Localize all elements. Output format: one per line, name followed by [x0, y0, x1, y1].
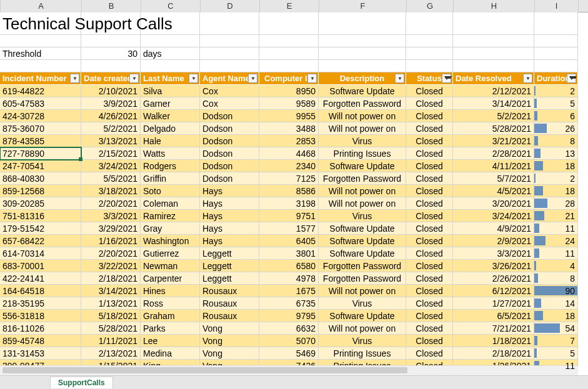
- cell[interactable]: 8: [534, 272, 578, 285]
- cell[interactable]: 1/16/2021: [81, 235, 141, 247]
- cell[interactable]: Closed: [406, 347, 453, 360]
- cell[interactable]: 3801: [259, 247, 319, 260]
- cell[interactable]: Dodson: [200, 172, 259, 185]
- cell[interactable]: [259, 35, 319, 47]
- cell[interactable]: 1577: [259, 222, 319, 235]
- cell[interactable]: 2/10/2021: [81, 85, 141, 97]
- filter-dropdown-icon[interactable]: ▾: [395, 74, 404, 83]
- cell[interactable]: 868-40830: [0, 172, 81, 185]
- cell[interactable]: Software Update: [319, 247, 406, 260]
- cell[interactable]: 614-70314: [0, 247, 81, 260]
- cell[interactable]: Dodson: [200, 122, 259, 135]
- filter-dropdown-icon[interactable]: ▾: [567, 74, 576, 83]
- cell[interactable]: Garner: [141, 97, 200, 110]
- filter-dropdown-icon[interactable]: ▾: [307, 74, 317, 83]
- cell[interactable]: 605-47583: [0, 97, 81, 110]
- cell[interactable]: Gutierrez: [141, 247, 200, 260]
- cell[interactable]: 859-45748: [0, 335, 81, 347]
- cell[interactable]: [81, 35, 141, 47]
- cell[interactable]: 422-24141: [0, 272, 81, 285]
- column-header-H[interactable]: H: [454, 0, 535, 12]
- cell[interactable]: Watts: [141, 147, 200, 160]
- cell[interactable]: 6/12/2021: [453, 285, 534, 297]
- cell[interactable]: 5/18/2021: [81, 310, 141, 322]
- cell[interactable]: 2853: [259, 135, 319, 147]
- cell[interactable]: 11: [534, 222, 578, 235]
- cell[interactable]: [319, 35, 406, 47]
- table-header-last-name[interactable]: Last Name▾: [141, 72, 200, 85]
- cell[interactable]: [81, 60, 141, 72]
- cell[interactable]: [0, 35, 81, 47]
- cell[interactable]: Will not power on: [319, 285, 406, 297]
- cell[interactable]: 5469: [259, 347, 319, 360]
- cell[interactable]: Closed: [406, 222, 453, 235]
- filter-dropdown-icon[interactable]: ▾: [248, 74, 257, 83]
- cell[interactable]: 4468: [259, 147, 319, 160]
- cell[interactable]: 3/3/2021: [453, 247, 534, 260]
- cell[interactable]: 5: [534, 347, 578, 360]
- sheet-tab[interactable]: SupportCalls: [50, 377, 113, 388]
- cell[interactable]: Rousaux: [200, 285, 259, 297]
- cell[interactable]: [259, 60, 319, 72]
- cell[interactable]: [200, 35, 259, 47]
- cell[interactable]: Closed: [406, 247, 453, 260]
- cell[interactable]: Dodson: [200, 147, 259, 160]
- cell[interactable]: 309-20285: [0, 197, 81, 210]
- cell[interactable]: Vong: [200, 335, 259, 347]
- cell[interactable]: 3/24/2021: [81, 160, 141, 172]
- cell[interactable]: Washington: [141, 235, 200, 247]
- cell[interactable]: 3/26/2021: [453, 260, 534, 272]
- cell[interactable]: [534, 60, 578, 72]
- cell[interactable]: Closed: [406, 285, 453, 297]
- cell[interactable]: 90: [534, 285, 578, 297]
- cell[interactable]: 11: [534, 247, 578, 260]
- cell[interactable]: 18: [534, 160, 578, 172]
- cell[interactable]: 424-30728: [0, 110, 81, 122]
- cell[interactable]: 3/24/2021: [453, 210, 534, 222]
- cell[interactable]: 7125: [259, 172, 319, 185]
- cell[interactable]: 2: [534, 172, 578, 185]
- cell[interactable]: Closed: [406, 197, 453, 210]
- cell[interactable]: Hays: [200, 210, 259, 222]
- cell[interactable]: Dodson: [200, 160, 259, 172]
- cell[interactable]: Software Update: [319, 222, 406, 235]
- column-header-I[interactable]: I: [535, 0, 579, 12]
- cell[interactable]: Delgado: [141, 122, 200, 135]
- cell[interactable]: Virus: [319, 135, 406, 147]
- cell[interactable]: Printing Issues: [319, 147, 406, 160]
- cell[interactable]: 54: [534, 322, 578, 335]
- cell[interactable]: 1/18/2021: [453, 335, 534, 347]
- cell[interactable]: [0, 60, 81, 72]
- cell[interactable]: 5/2/2021: [453, 110, 534, 122]
- cell[interactable]: Silva: [141, 85, 200, 97]
- cell[interactable]: 1/13/2021: [81, 297, 141, 310]
- cell[interactable]: Forgotten Password: [319, 272, 406, 285]
- cell[interactable]: Walker: [141, 110, 200, 122]
- table-header-computer-id[interactable]: Computer ID▾: [259, 72, 319, 85]
- cell[interactable]: 3/3/2021: [81, 210, 141, 222]
- cell[interactable]: 6/5/2021: [453, 310, 534, 322]
- cell[interactable]: 3/22/2021: [81, 260, 141, 272]
- table-header-status[interactable]: Status▾: [406, 72, 453, 85]
- cell[interactable]: [406, 60, 453, 72]
- cell[interactable]: 3/20/2021: [453, 197, 534, 210]
- cell[interactable]: Closed: [406, 172, 453, 185]
- cell[interactable]: 24: [534, 235, 578, 247]
- cell[interactable]: 2/13/2021: [81, 347, 141, 360]
- cell[interactable]: 6405: [259, 235, 319, 247]
- cell[interactable]: Closed: [406, 110, 453, 122]
- cell[interactable]: Closed: [406, 310, 453, 322]
- cell[interactable]: Forgotten Password: [319, 260, 406, 272]
- cell[interactable]: 5: [534, 97, 578, 110]
- threshold-value[interactable]: 30: [81, 47, 141, 60]
- cell[interactable]: 3488: [259, 122, 319, 135]
- cell[interactable]: Closed: [406, 210, 453, 222]
- cell[interactable]: Graham: [141, 310, 200, 322]
- cell[interactable]: Griffin: [141, 172, 200, 185]
- cell[interactable]: [406, 35, 453, 47]
- cell[interactable]: Closed: [406, 147, 453, 160]
- cell[interactable]: [534, 35, 578, 47]
- cell[interactable]: [534, 47, 578, 60]
- horizontal-scrollbar[interactable]: [0, 365, 578, 375]
- cell[interactable]: 4/5/2021: [453, 185, 534, 197]
